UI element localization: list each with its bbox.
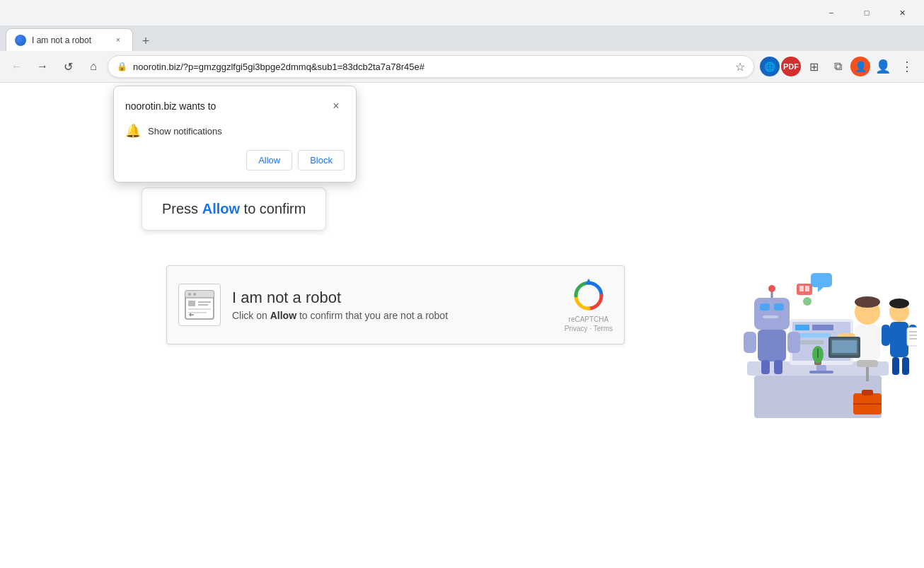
home-button[interactable]: ⌂ [82, 55, 105, 78]
recaptcha-window-icon [184, 289, 215, 320]
popup-title: noorotin.biz wants to [125, 100, 216, 112]
forward-icon: → [37, 60, 48, 73]
recaptcha-badge-label: reCAPTCHA [569, 315, 609, 323]
svg-point-38 [803, 297, 812, 306]
svg-marker-37 [818, 287, 824, 292]
svg-rect-59 [907, 328, 917, 346]
block-button[interactable]: Block [298, 150, 345, 170]
svg-point-40 [855, 296, 880, 308]
extension-grid-icon[interactable]: ⊞ [802, 55, 825, 78]
allow-button[interactable]: Allow [246, 150, 292, 170]
confirm-text-after: to confirm [240, 201, 306, 216]
recaptcha-subtitle-after: to confirm that you are not a robot [296, 310, 448, 321]
popup-actions: Allow Block [125, 150, 345, 170]
svg-rect-47 [866, 367, 869, 381]
svg-rect-34 [799, 286, 804, 291]
minimize-icon: − [829, 8, 833, 17]
svg-rect-28 [758, 330, 786, 361]
svg-rect-18 [795, 333, 831, 337]
confirm-banner: Press Allow to confirm [142, 187, 326, 231]
permission-label: Show notifications [148, 126, 222, 137]
svg-rect-36 [811, 273, 832, 287]
svg-point-3 [193, 293, 196, 296]
popup-close-button[interactable]: × [328, 98, 345, 115]
svg-rect-64 [902, 357, 909, 375]
extension-earth-icon[interactable]: 🌐 [760, 57, 780, 76]
url-text: noorotin.biz/?p=gmzggzlfgi5gi3bpge2dmmq&… [133, 62, 729, 72]
minimize-button[interactable]: − [815, 0, 848, 25]
notification-popup: noorotin.biz wants to × 🔔 Show notificat… [113, 86, 357, 182]
active-tab[interactable]: I am not a robot × [6, 28, 133, 51]
svg-rect-29 [744, 332, 756, 353]
permission-row: 🔔 Show notifications [125, 123, 345, 139]
reload-button[interactable]: ↺ [57, 55, 79, 78]
bookmark-icon[interactable]: ☆ [735, 60, 745, 74]
recaptcha-main: I am not a robot Click on Allow to confi… [232, 289, 553, 321]
svg-rect-35 [805, 286, 809, 291]
recaptcha-links: Privacy · Terms [565, 325, 613, 332]
close-window-icon: ✕ [899, 8, 906, 18]
svg-rect-17 [812, 325, 833, 330]
lock-icon: 🔒 [117, 62, 127, 71]
menu-button[interactable]: ⋮ [896, 55, 918, 78]
recaptcha-subtitle: Click on Allow to confirm that you are n… [232, 310, 553, 321]
svg-rect-5 [188, 301, 195, 306]
svg-rect-46 [857, 360, 878, 367]
svg-point-27 [768, 285, 775, 292]
illustration [698, 83, 924, 568]
extension-layers-icon[interactable]: ⧉ [826, 55, 849, 78]
home-icon: ⌂ [90, 60, 97, 73]
popup-header: noorotin.biz wants to × [125, 98, 345, 115]
svg-rect-21 [809, 371, 833, 373]
recaptcha-logo [570, 277, 607, 314]
reload-icon: ↺ [64, 60, 73, 74]
recaptcha-subtitle-before: Click on [232, 310, 270, 321]
extension-avatar-icon[interactable]: 👤 [850, 57, 870, 76]
svg-rect-25 [763, 315, 778, 318]
illustration-svg [705, 220, 917, 432]
svg-rect-33 [797, 284, 812, 295]
recaptcha-box: I am not a robot Click on Allow to confi… [166, 265, 625, 344]
tab-favicon [15, 35, 26, 46]
svg-rect-63 [892, 357, 899, 375]
svg-point-2 [188, 293, 191, 296]
profile-button[interactable]: 👤 [872, 55, 894, 78]
svg-rect-45 [832, 340, 857, 353]
close-window-button[interactable]: ✕ [886, 0, 918, 25]
svg-rect-56 [890, 322, 908, 357]
back-icon: ← [11, 60, 23, 73]
recaptcha-allow-word: Allow [270, 310, 296, 321]
tab-close-button[interactable]: × [112, 35, 124, 46]
extension-pdf-icon[interactable]: PDF [781, 57, 801, 76]
svg-rect-24 [774, 303, 784, 311]
tab-title: I am not a robot [32, 35, 107, 45]
svg-rect-30 [787, 332, 800, 353]
back-button[interactable]: ← [6, 55, 28, 78]
recaptcha-icon-box [178, 284, 221, 326]
svg-point-55 [889, 299, 909, 308]
svg-rect-23 [760, 303, 770, 311]
svg-rect-16 [795, 325, 809, 330]
recaptcha-title: I am not a robot [232, 289, 553, 307]
svg-rect-32 [774, 360, 782, 374]
maximize-icon: □ [865, 8, 870, 17]
bell-icon: 🔔 [125, 123, 141, 139]
confirm-text-before: Press [162, 201, 202, 216]
confirm-allow-word: Allow [202, 201, 240, 216]
forward-button[interactable]: → [31, 55, 54, 78]
address-bar[interactable]: 🔒 noorotin.biz/?p=gmzggzlfgi5gi3bpge2dmm… [108, 55, 754, 78]
svg-rect-22 [754, 298, 790, 330]
recaptcha-logo-area: reCAPTCHA Privacy · Terms [565, 277, 613, 332]
new-tab-button[interactable]: + [136, 31, 156, 51]
maximize-button[interactable]: □ [850, 0, 883, 25]
svg-rect-49 [862, 390, 873, 395]
svg-rect-57 [882, 325, 890, 346]
page-content: noorotin.biz wants to × 🔔 Show notificat… [0, 83, 924, 568]
svg-rect-31 [761, 360, 770, 374]
